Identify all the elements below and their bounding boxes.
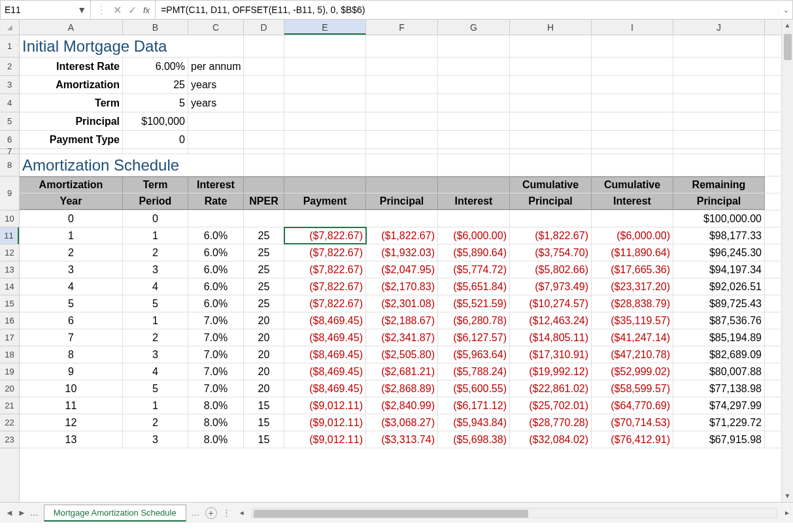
cell[interactable]: ($12,463.24)	[510, 312, 592, 329]
cell[interactable]: Interest	[592, 193, 673, 210]
cell[interactable]	[438, 131, 510, 148]
row-header[interactable]: 19	[0, 363, 19, 380]
cell[interactable]: ($5,521.59)	[438, 295, 510, 312]
cell[interactable]: 6.0%	[188, 227, 244, 244]
cell[interactable]	[188, 131, 244, 148]
cell[interactable]: Payment Type	[20, 131, 123, 148]
cell[interactable]: $80,007.88	[673, 363, 765, 380]
scroll-thumb[interactable]	[784, 34, 792, 60]
cell[interactable]: 3	[123, 431, 188, 448]
hscroll-left-icon[interactable]: ◄	[236, 509, 248, 516]
cell[interactable]: NPER	[244, 193, 284, 210]
cell[interactable]	[284, 154, 366, 176]
cell[interactable]: 20	[244, 363, 284, 380]
cell[interactable]: 3	[123, 261, 188, 278]
cell[interactable]: $67,915.98	[673, 431, 765, 448]
cell[interactable]: Principal	[510, 193, 592, 210]
cell[interactable]	[438, 58, 510, 75]
cell[interactable]: ($23,317.20)	[592, 278, 673, 295]
cell[interactable]: ($3,068.27)	[366, 414, 438, 431]
cell[interactable]: ($5,698.38)	[438, 431, 510, 448]
column-header[interactable]: B	[123, 20, 188, 35]
cell[interactable]: ($5,600.55)	[438, 380, 510, 397]
row-header[interactable]: 3	[0, 76, 19, 94]
cell[interactable]: ($5,890.64)	[438, 244, 510, 261]
cell[interactable]	[244, 149, 284, 154]
cell[interactable]	[244, 58, 284, 75]
row-header[interactable]: 8	[0, 154, 19, 176]
row-header[interactable]: 11	[0, 227, 19, 244]
cell[interactable]	[244, 154, 284, 176]
cell[interactable]: 15	[244, 397, 284, 414]
cell[interactable]: $98,177.33	[673, 227, 765, 244]
cancel-icon[interactable]: ✕	[113, 4, 122, 16]
cell[interactable]: ($2,047.95)	[366, 261, 438, 278]
cell[interactable]: ($9,012.11)	[284, 414, 366, 431]
cell[interactable]	[592, 112, 673, 130]
cell[interactable]: 10	[20, 380, 123, 397]
tab-prev-icon[interactable]: ◄	[5, 508, 14, 518]
cell[interactable]: Interest	[188, 176, 244, 193]
cell[interactable]: ($52,999.02)	[592, 363, 673, 380]
cell[interactable]: 25	[123, 76, 188, 93]
cell[interactable]: Remaining	[673, 176, 765, 193]
chevron-down-icon[interactable]: ▼	[77, 5, 86, 15]
column-header[interactable]: J	[673, 20, 765, 35]
cell[interactable]: ($76,412.91)	[592, 431, 673, 448]
cells-area[interactable]: Initial Mortgage DataInterest Rate6.00%p…	[20, 35, 781, 502]
tab-next-icon[interactable]: ►	[18, 508, 26, 518]
row-header[interactable]: 13	[0, 261, 19, 278]
cell[interactable]: Period	[123, 193, 188, 210]
tab-overflow-icon[interactable]: …	[192, 508, 200, 518]
vertical-scrollbar[interactable]: ▲ ▼	[781, 20, 793, 502]
cell[interactable]	[673, 131, 765, 148]
cell[interactable]: ($8,469.45)	[284, 363, 366, 380]
cell[interactable]	[188, 210, 244, 227]
cell[interactable]: 0	[123, 131, 188, 148]
cell[interactable]	[510, 112, 592, 130]
cell[interactable]	[244, 131, 284, 148]
cell[interactable]	[438, 176, 510, 193]
cell[interactable]	[510, 149, 592, 154]
cell[interactable]: $87,536.76	[673, 312, 765, 329]
cell[interactable]: ($8,469.45)	[284, 380, 366, 397]
cell[interactable]: Term	[20, 94, 123, 112]
cell[interactable]: 1	[123, 227, 188, 244]
cell[interactable]: ($8,469.45)	[284, 329, 366, 346]
cell[interactable]	[592, 131, 673, 148]
enter-icon[interactable]: ✓	[128, 4, 137, 16]
cell[interactable]	[123, 149, 188, 154]
cell[interactable]: ($28,838.79)	[592, 295, 673, 312]
cell[interactable]: Amortization	[20, 76, 123, 93]
cell[interactable]: 6.0%	[188, 295, 244, 312]
cell[interactable]: 8.0%	[188, 414, 244, 431]
cell[interactable]: 4	[20, 278, 123, 295]
cell[interactable]: ($2,681.21)	[366, 363, 438, 380]
cell[interactable]: 20	[244, 329, 284, 346]
cell[interactable]	[366, 112, 438, 130]
cell[interactable]	[510, 210, 592, 227]
column-header[interactable]: D	[244, 20, 284, 35]
add-sheet-icon[interactable]: +	[205, 507, 217, 519]
cell[interactable]: ($5,943.84)	[438, 414, 510, 431]
cell[interactable]: ($2,840.99)	[366, 397, 438, 414]
hscroll-thumb[interactable]	[254, 510, 528, 518]
cell[interactable]: 2	[123, 244, 188, 261]
scroll-down-icon[interactable]: ▼	[782, 490, 793, 502]
cell[interactable]: 8.0%	[188, 431, 244, 448]
cell[interactable]	[244, 210, 284, 227]
cell[interactable]: ($19,992.12)	[510, 363, 592, 380]
cell[interactable]: ($6,280.78)	[438, 312, 510, 329]
cell[interactable]: 3	[123, 346, 188, 363]
cell[interactable]	[366, 176, 438, 193]
cell[interactable]: 20	[244, 312, 284, 329]
cell[interactable]: ($17,310.91)	[510, 346, 592, 363]
cell[interactable]	[284, 210, 366, 227]
cell[interactable]: 6.0%	[188, 261, 244, 278]
cell[interactable]: ($58,599.57)	[592, 380, 673, 397]
hscroll-right-icon[interactable]: ►	[781, 509, 793, 516]
cell[interactable]: ($8,469.45)	[284, 346, 366, 363]
cell[interactable]	[244, 112, 284, 130]
row-header[interactable]: 20	[0, 380, 19, 397]
cell[interactable]: ($7,822.67)	[284, 278, 366, 295]
